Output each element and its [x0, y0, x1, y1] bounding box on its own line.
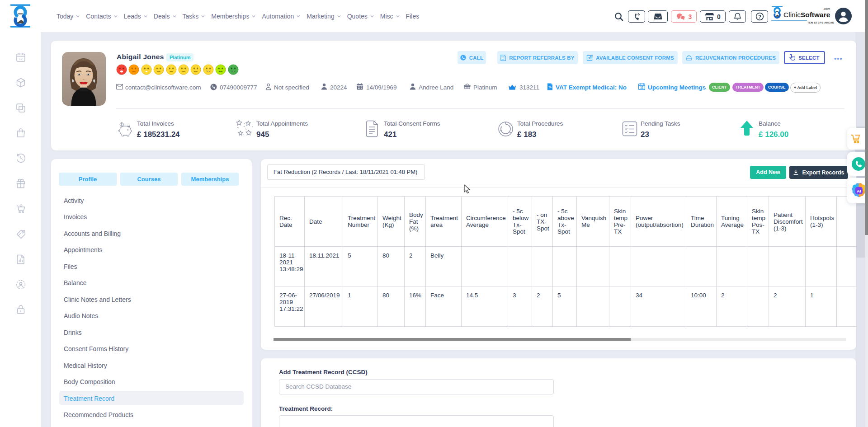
- svg-text:TEN STEPS AHEAD: TEN STEPS AHEAD: [807, 21, 834, 24]
- svg-text:12: 12: [640, 86, 644, 89]
- svg-text:12: 12: [19, 57, 23, 61]
- svg-text:$: $: [121, 123, 123, 126]
- svg-text:%: %: [548, 85, 552, 89]
- svg-text:ClinicSoftware: ClinicSoftware: [783, 11, 830, 19]
- svg-text:?: ?: [758, 14, 761, 19]
- svg-text:.com: .com: [823, 7, 830, 10]
- svg-text:AI: AI: [857, 188, 861, 193]
